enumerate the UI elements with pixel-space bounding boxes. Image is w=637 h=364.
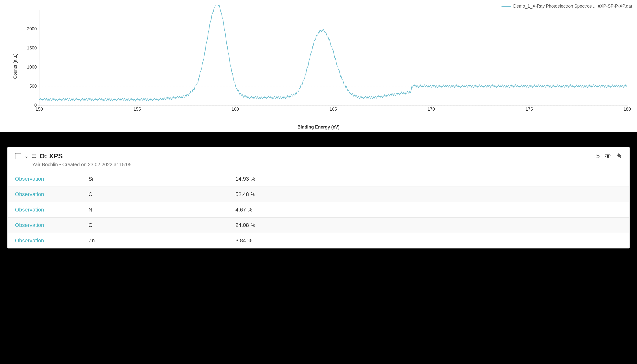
obs-element: N — [81, 202, 228, 218]
bottom-panel: ⌄ ☷ O: XPS 5 👁 ✎ Yair Bochlin • Created … — [7, 147, 630, 248]
panel-header-right: 5 👁 ✎ — [596, 152, 622, 160]
obs-value: 24.08 % — [228, 218, 629, 233]
chart-legend: Demo_1_X-Ray Photoelectron Spectros ... … — [501, 4, 632, 9]
panel-subtitle: Yair Bochlin • Created on 23.02.2022 at … — [8, 161, 629, 171]
legend-label: Demo_1_X-Ray Photoelectron Spectros ... … — [513, 4, 632, 9]
obs-element: Zn — [81, 233, 228, 248]
grid-icon: ☷ — [32, 153, 37, 159]
obs-value: 52.48 % — [228, 187, 629, 202]
table-row: Observation N 4.67 % — [8, 202, 629, 218]
chart-section: Demo_1_X-Ray Photoelectron Spectros ... … — [0, 0, 637, 132]
x-axis-label: Binding Energy (eV) — [297, 124, 340, 130]
obs-type: Observation — [8, 202, 81, 218]
obs-type: Observation — [8, 233, 81, 248]
obs-value: 4.67 % — [228, 202, 629, 218]
table-row: Observation C 52.48 % — [8, 187, 629, 202]
panel-title: O: XPS — [40, 152, 63, 160]
table-row: Observation Si 14.93 % — [8, 171, 629, 187]
edit-icon[interactable]: ✎ — [616, 152, 622, 160]
panel-header-left: ⌄ ☷ O: XPS — [15, 152, 63, 160]
spectrum-chart — [20, 5, 637, 118]
eye-icon[interactable]: 👁 — [605, 152, 611, 160]
y-axis-label: Counts (a.u.) — [13, 53, 18, 79]
separator — [0, 132, 637, 147]
obs-element: C — [81, 187, 228, 202]
table-row: Observation Zn 3.84 % — [8, 233, 629, 248]
count-badge: 5 — [596, 152, 600, 160]
observations-table: Observation Si 14.93 % Observation C 52.… — [8, 171, 629, 248]
legend-line-icon — [501, 6, 511, 6]
obs-type: Observation — [8, 171, 81, 187]
obs-type: Observation — [8, 218, 81, 233]
table-row: Observation O 24.08 % — [8, 218, 629, 233]
obs-type: Observation — [8, 187, 81, 202]
chevron-down-icon[interactable]: ⌄ — [24, 153, 29, 159]
checkbox-icon[interactable] — [15, 153, 21, 159]
obs-element: Si — [81, 171, 228, 187]
obs-value: 3.84 % — [228, 233, 629, 248]
panel-header: ⌄ ☷ O: XPS 5 👁 ✎ — [8, 147, 629, 161]
obs-element: O — [81, 218, 228, 233]
obs-value: 14.93 % — [228, 171, 629, 187]
